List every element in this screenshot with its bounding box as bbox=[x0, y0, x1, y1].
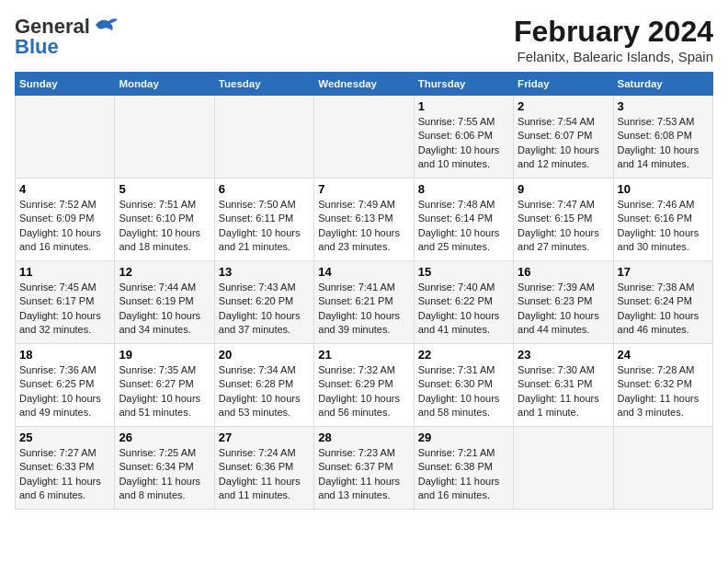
day-info: Sunrise: 7:52 AM Sunset: 6:09 PM Dayligh… bbox=[19, 198, 110, 255]
col-tuesday: Tuesday bbox=[214, 73, 313, 96]
day-number: 28 bbox=[318, 431, 409, 444]
calendar-week-row: 4Sunrise: 7:52 AM Sunset: 6:09 PM Daylig… bbox=[16, 178, 713, 261]
day-info: Sunrise: 7:27 AM Sunset: 6:33 PM Dayligh… bbox=[19, 446, 110, 503]
table-row: 10Sunrise: 7:46 AM Sunset: 6:16 PM Dayli… bbox=[613, 178, 712, 261]
logo-blue: Blue bbox=[15, 35, 59, 59]
table-row: 23Sunrise: 7:30 AM Sunset: 6:31 PM Dayli… bbox=[514, 344, 613, 427]
day-number: 25 bbox=[19, 431, 110, 444]
day-info: Sunrise: 7:21 AM Sunset: 6:38 PM Dayligh… bbox=[418, 446, 509, 503]
day-number: 7 bbox=[318, 182, 409, 196]
day-number: 16 bbox=[518, 265, 609, 279]
table-row: 14Sunrise: 7:41 AM Sunset: 6:21 PM Dayli… bbox=[314, 261, 414, 344]
day-info: Sunrise: 7:55 AM Sunset: 6:06 PM Dayligh… bbox=[418, 115, 509, 172]
table-row: 3Sunrise: 7:53 AM Sunset: 6:08 PM Daylig… bbox=[613, 96, 712, 178]
table-row: 29Sunrise: 7:21 AM Sunset: 6:38 PM Dayli… bbox=[414, 427, 513, 510]
day-number: 4 bbox=[19, 182, 110, 196]
day-info: Sunrise: 7:45 AM Sunset: 6:17 PM Dayligh… bbox=[19, 281, 110, 338]
table-row: 17Sunrise: 7:38 AM Sunset: 6:24 PM Dayli… bbox=[613, 261, 712, 344]
day-number: 2 bbox=[518, 99, 609, 113]
table-row: 12Sunrise: 7:44 AM Sunset: 6:19 PM Dayli… bbox=[115, 261, 214, 344]
day-info: Sunrise: 7:24 AM Sunset: 6:36 PM Dayligh… bbox=[219, 446, 310, 503]
day-info: Sunrise: 7:35 AM Sunset: 6:27 PM Dayligh… bbox=[119, 363, 210, 420]
day-info: Sunrise: 7:28 AM Sunset: 6:32 PM Dayligh… bbox=[618, 363, 709, 420]
table-row: 5Sunrise: 7:51 AM Sunset: 6:10 PM Daylig… bbox=[115, 178, 214, 261]
col-saturday: Saturday bbox=[613, 73, 712, 96]
table-row: 27Sunrise: 7:24 AM Sunset: 6:36 PM Dayli… bbox=[214, 427, 313, 510]
table-row: 13Sunrise: 7:43 AM Sunset: 6:20 PM Dayli… bbox=[214, 261, 313, 344]
calendar-header-row: Sunday Monday Tuesday Wednesday Thursday… bbox=[16, 73, 713, 96]
day-number: 14 bbox=[318, 265, 409, 279]
table-row bbox=[514, 427, 613, 510]
col-monday: Monday bbox=[115, 73, 214, 96]
day-number: 1 bbox=[418, 99, 509, 113]
table-row: 24Sunrise: 7:28 AM Sunset: 6:32 PM Dayli… bbox=[613, 344, 712, 427]
calendar-week-row: 25Sunrise: 7:27 AM Sunset: 6:33 PM Dayli… bbox=[16, 427, 713, 510]
day-number: 11 bbox=[19, 265, 110, 279]
calendar-table: Sunday Monday Tuesday Wednesday Thursday… bbox=[15, 72, 713, 510]
col-friday: Friday bbox=[514, 73, 613, 96]
calendar-week-row: 1Sunrise: 7:55 AM Sunset: 6:06 PM Daylig… bbox=[16, 96, 713, 178]
table-row bbox=[115, 96, 214, 178]
day-number: 23 bbox=[518, 348, 609, 362]
day-number: 19 bbox=[119, 348, 210, 362]
table-row: 4Sunrise: 7:52 AM Sunset: 6:09 PM Daylig… bbox=[16, 178, 115, 261]
day-info: Sunrise: 7:40 AM Sunset: 6:22 PM Dayligh… bbox=[418, 281, 509, 338]
day-info: Sunrise: 7:46 AM Sunset: 6:16 PM Dayligh… bbox=[618, 198, 709, 255]
day-info: Sunrise: 7:25 AM Sunset: 6:34 PM Dayligh… bbox=[119, 446, 210, 503]
table-row: 20Sunrise: 7:34 AM Sunset: 6:28 PM Dayli… bbox=[214, 344, 313, 427]
logo: General Blue bbox=[15, 15, 119, 59]
day-info: Sunrise: 7:39 AM Sunset: 6:23 PM Dayligh… bbox=[518, 281, 609, 338]
table-row bbox=[214, 96, 313, 178]
table-row bbox=[613, 427, 712, 510]
day-info: Sunrise: 7:30 AM Sunset: 6:31 PM Dayligh… bbox=[518, 363, 609, 420]
day-number: 9 bbox=[518, 182, 609, 196]
table-row: 25Sunrise: 7:27 AM Sunset: 6:33 PM Dayli… bbox=[16, 427, 115, 510]
day-number: 27 bbox=[219, 431, 310, 444]
table-row: 8Sunrise: 7:48 AM Sunset: 6:14 PM Daylig… bbox=[414, 178, 513, 261]
table-row: 16Sunrise: 7:39 AM Sunset: 6:23 PM Dayli… bbox=[514, 261, 613, 344]
title-area: February 2024 Felanitx, Balearic Islands… bbox=[514, 15, 713, 64]
day-info: Sunrise: 7:44 AM Sunset: 6:19 PM Dayligh… bbox=[119, 281, 210, 338]
table-row: 15Sunrise: 7:40 AM Sunset: 6:22 PM Dayli… bbox=[414, 261, 513, 344]
day-info: Sunrise: 7:31 AM Sunset: 6:30 PM Dayligh… bbox=[418, 363, 509, 420]
day-info: Sunrise: 7:50 AM Sunset: 6:11 PM Dayligh… bbox=[219, 198, 310, 255]
day-number: 26 bbox=[119, 431, 210, 444]
day-number: 12 bbox=[119, 265, 210, 279]
day-number: 3 bbox=[618, 99, 709, 113]
table-row: 18Sunrise: 7:36 AM Sunset: 6:25 PM Dayli… bbox=[16, 344, 115, 427]
day-info: Sunrise: 7:53 AM Sunset: 6:08 PM Dayligh… bbox=[618, 115, 709, 172]
col-thursday: Thursday bbox=[414, 73, 513, 96]
calendar-week-row: 18Sunrise: 7:36 AM Sunset: 6:25 PM Dayli… bbox=[16, 344, 713, 427]
day-number: 5 bbox=[119, 182, 210, 196]
day-number: 21 bbox=[318, 348, 409, 362]
day-info: Sunrise: 7:23 AM Sunset: 6:37 PM Dayligh… bbox=[318, 446, 409, 503]
table-row: 28Sunrise: 7:23 AM Sunset: 6:37 PM Dayli… bbox=[314, 427, 414, 510]
table-row: 11Sunrise: 7:45 AM Sunset: 6:17 PM Dayli… bbox=[16, 261, 115, 344]
day-number: 10 bbox=[618, 182, 709, 196]
day-info: Sunrise: 7:41 AM Sunset: 6:21 PM Dayligh… bbox=[318, 281, 409, 338]
day-info: Sunrise: 7:49 AM Sunset: 6:13 PM Dayligh… bbox=[318, 198, 409, 255]
table-row: 21Sunrise: 7:32 AM Sunset: 6:29 PM Dayli… bbox=[314, 344, 414, 427]
day-info: Sunrise: 7:51 AM Sunset: 6:10 PM Dayligh… bbox=[119, 198, 210, 255]
logo-bird-icon bbox=[94, 16, 119, 38]
day-number: 20 bbox=[219, 348, 310, 362]
table-row: 9Sunrise: 7:47 AM Sunset: 6:15 PM Daylig… bbox=[514, 178, 613, 261]
col-sunday: Sunday bbox=[16, 73, 115, 96]
table-row: 19Sunrise: 7:35 AM Sunset: 6:27 PM Dayli… bbox=[115, 344, 214, 427]
day-number: 18 bbox=[19, 348, 110, 362]
table-row: 6Sunrise: 7:50 AM Sunset: 6:11 PM Daylig… bbox=[214, 178, 313, 261]
col-wednesday: Wednesday bbox=[314, 73, 414, 96]
day-number: 29 bbox=[418, 431, 509, 444]
page-subtitle: Felanitx, Balearic Islands, Spain bbox=[514, 49, 713, 64]
table-row: 2Sunrise: 7:54 AM Sunset: 6:07 PM Daylig… bbox=[514, 96, 613, 178]
day-info: Sunrise: 7:43 AM Sunset: 6:20 PM Dayligh… bbox=[219, 281, 310, 338]
day-number: 6 bbox=[219, 182, 310, 196]
day-info: Sunrise: 7:47 AM Sunset: 6:15 PM Dayligh… bbox=[518, 198, 609, 255]
table-row bbox=[16, 96, 115, 178]
table-row: 7Sunrise: 7:49 AM Sunset: 6:13 PM Daylig… bbox=[314, 178, 414, 261]
table-row bbox=[314, 96, 414, 178]
day-number: 15 bbox=[418, 265, 509, 279]
day-info: Sunrise: 7:34 AM Sunset: 6:28 PM Dayligh… bbox=[219, 363, 310, 420]
day-number: 17 bbox=[618, 265, 709, 279]
day-info: Sunrise: 7:48 AM Sunset: 6:14 PM Dayligh… bbox=[418, 198, 509, 255]
